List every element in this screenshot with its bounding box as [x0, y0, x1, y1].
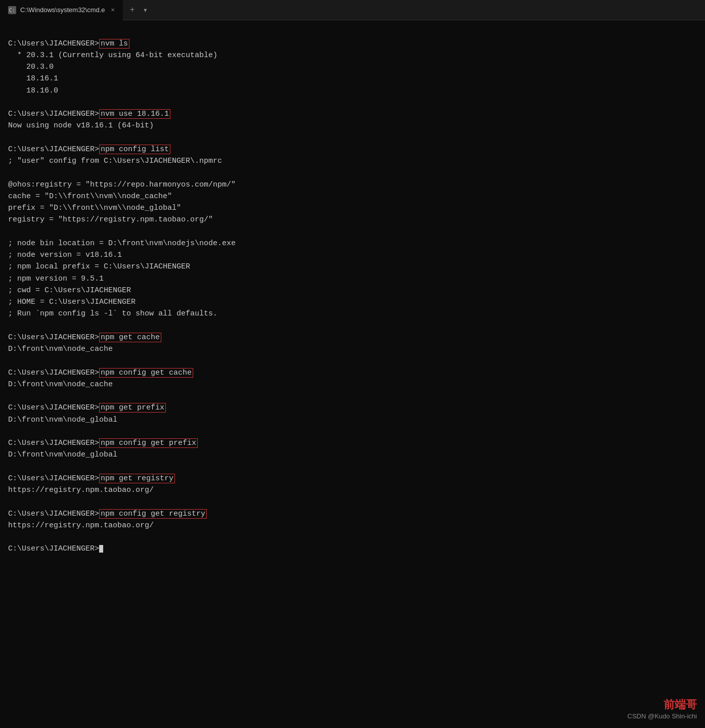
- output-line: cache = "D:\\front\\nvm\\node_cache": [8, 191, 697, 202]
- output-line: D:\front\nvm\node_cache: [8, 379, 697, 390]
- command-line: C:\Users\JIACHENGER>npm get registry: [8, 473, 697, 484]
- command-highlight: npm config get prefix: [99, 438, 198, 448]
- prompt-text: C:\Users\JIACHENGER>: [8, 145, 99, 154]
- tab-close-button[interactable]: ✕: [111, 6, 115, 14]
- empty-line: [8, 132, 697, 144]
- output-line: prefix = "D:\\front\\nvm\\node_global": [8, 202, 697, 214]
- output-line: ; node version = v18.16.1: [8, 249, 697, 261]
- empty-line: [8, 461, 697, 473]
- command-highlight: npm config get registry: [99, 509, 207, 519]
- empty-line: [8, 355, 697, 367]
- output-line: registry = "https://registry.npm.taobao.…: [8, 214, 697, 225]
- prompt-text: C:\Users\JIACHENGER>: [8, 369, 99, 377]
- watermark-line2: CSDN @Kudo Shin-ichi: [628, 712, 697, 720]
- command-line: C:\Users\JIACHENGER>npm get prefix: [8, 402, 697, 414]
- terminal-icon: C:: [8, 6, 16, 14]
- command-line: C:\Users\JIACHENGER>npm get cache: [8, 332, 697, 343]
- prompt-text: C:\Users\JIACHENGER>: [8, 439, 99, 447]
- command-highlight: nvm use 18.16.1: [99, 109, 170, 119]
- prompt-text: C:\Users\JIACHENGER>: [8, 403, 99, 412]
- output-line: https://registry.npm.taobao.org/: [8, 520, 697, 531]
- command-line: C:\Users\JIACHENGER>npm config get regis…: [8, 508, 697, 520]
- output-line: D:\front\nvm\node_global: [8, 449, 697, 461]
- empty-line: [8, 97, 697, 108]
- output-line: 18.16.1: [8, 73, 697, 84]
- watermark-line1: 前端哥: [664, 697, 697, 712]
- command-line: C:\Users\JIACHENGER>nvm ls: [8, 38, 697, 50]
- output-line: 20.3.0: [8, 61, 697, 73]
- output-line: Now using node v18.16.1 (64-bit): [8, 120, 697, 131]
- empty-line: [8, 496, 697, 508]
- prompt-text: C:\Users\JIACHENGER>: [8, 110, 99, 118]
- empty-line: [8, 426, 697, 437]
- terminal-body: C:\Users\JIACHENGER>nvm ls * 20.3.1 (Cur…: [0, 20, 705, 561]
- output-line: @ohos:registry = "https://repo.harmonyos…: [8, 179, 697, 191]
- output-line: 18.16.0: [8, 85, 697, 97]
- titlebar: C: C:\Windows\system32\cmd.e ✕ + ▾: [0, 0, 705, 20]
- prompt-text: C:\Users\JIACHENGER>: [8, 510, 99, 518]
- command-highlight: nvm ls: [99, 39, 129, 49]
- watermark: 前端哥 CSDN @Kudo Shin-ichi: [628, 697, 697, 720]
- command-highlight: npm get cache: [99, 333, 161, 342]
- command-highlight: npm config list: [99, 145, 170, 154]
- prompt-text: C:\Users\JIACHENGER>: [8, 39, 99, 48]
- output-line: ; Run `npm config ls -l` to show all def…: [8, 308, 697, 320]
- prompt-text: C:\Users\JIACHENGER>: [8, 544, 99, 553]
- command-line: C:\Users\JIACHENGER>npm config list: [8, 144, 697, 155]
- cursor: [99, 545, 103, 553]
- output-line: D:\front\nvm\node_global: [8, 414, 697, 426]
- empty-line: [8, 226, 697, 238]
- prompt-text: C:\Users\JIACHENGER>: [8, 474, 99, 483]
- output-line: https://registry.npm.taobao.org/: [8, 484, 697, 496]
- command-line: C:\Users\JIACHENGER>npm config get prefi…: [8, 437, 697, 449]
- empty-line: [8, 531, 697, 543]
- empty-line: [8, 167, 697, 178]
- tab-actions: + ▾: [123, 3, 155, 17]
- tab-dropdown-button[interactable]: ▾: [140, 3, 151, 17]
- tab-title: C:\Windows\system32\cmd.e: [20, 6, 105, 14]
- command-highlight: npm get prefix: [99, 403, 166, 413]
- output-line: * 20.3.1 (Currently using 64-bit executa…: [8, 50, 697, 61]
- output-line: D:\front\nvm\node_cache: [8, 343, 697, 355]
- terminal-tab[interactable]: C: C:\Windows\system32\cmd.e ✕: [0, 0, 123, 20]
- output-line: ; npm local prefix = C:\Users\JIACHENGER: [8, 261, 697, 272]
- command-line: C:\Users\JIACHENGER>nvm use 18.16.1: [8, 108, 697, 120]
- command-line: C:\Users\JIACHENGER>npm config get cache: [8, 367, 697, 379]
- output-line: ; node bin location = D:\front\nvm\nodej…: [8, 238, 697, 249]
- prompt-text: C:\Users\JIACHENGER>: [8, 333, 99, 342]
- empty-line: [8, 390, 697, 402]
- output-line: ; "user" config from C:\Users\JIACHENGER…: [8, 155, 697, 167]
- active-prompt-line[interactable]: C:\Users\JIACHENGER>: [8, 543, 697, 555]
- output-line: ; HOME = C:\Users\JIACHENGER: [8, 296, 697, 308]
- output-line: ; npm version = 9.5.1: [8, 273, 697, 285]
- svg-text:C:: C:: [9, 8, 15, 13]
- command-highlight: npm config get cache: [99, 368, 193, 378]
- output-line: ; cwd = C:\Users\JIACHENGER: [8, 285, 697, 296]
- new-tab-button[interactable]: +: [127, 4, 138, 17]
- command-highlight: npm get registry: [99, 474, 175, 483]
- empty-line: [8, 320, 697, 332]
